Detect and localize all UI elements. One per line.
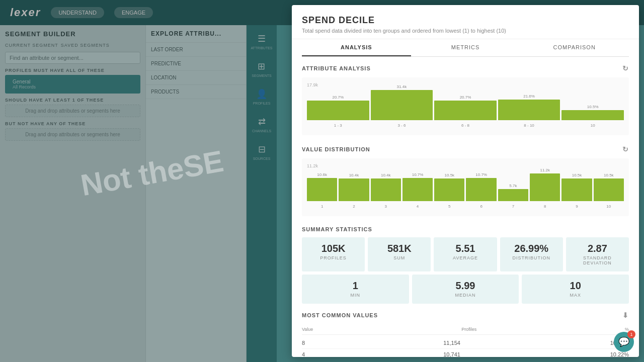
mcv-profiles: 11,154 (443, 340, 460, 346)
stat-card: 581K SUM (368, 237, 431, 272)
stat-card: 2.87 STANDARD DEVIATION (566, 237, 629, 272)
bar-group: 10.7% 4 (403, 172, 433, 209)
attribute-analysis-bars: 20.7% 1 - 3 31.4k 3 - 6 20.7% 6 - 8 21.6… (307, 90, 624, 130)
mcv-col-profiles: Profiles (461, 327, 476, 332)
bar-group: 10.7% 6 (466, 172, 496, 209)
modal-body: ATTRIBUTE ANALYSIS ↻ 17.9k 20.7% 1 - 3 3… (292, 57, 639, 357)
stat-label: MIN (307, 293, 404, 298)
stat-card: 26.99% DISTRIBUTION (500, 237, 563, 272)
bar-label-bottom: 1 - 3 (334, 123, 342, 128)
bar-label-top: 10.4k (381, 173, 391, 177)
bar-label-bottom: 4 (417, 204, 419, 209)
value-distribution-icon[interactable]: ↻ (622, 145, 629, 153)
bar-group: 10.5% 10 (561, 105, 624, 128)
bar (339, 178, 369, 201)
bar-group: 10.6k 1 (307, 172, 337, 209)
bar (594, 178, 624, 201)
chat-button[interactable]: 💬 1 (614, 332, 634, 352)
bar-group: 10.5k 5 (434, 173, 464, 209)
stat-value: 26.99% (505, 243, 558, 253)
tab-comparison[interactable]: COMPARISON (520, 39, 629, 56)
table-row: 8 11,154 10.58% (302, 337, 629, 349)
bar-label-top: 20.7% (332, 95, 344, 100)
bar (466, 178, 496, 201)
bar-label-top: 10.7% (412, 172, 424, 177)
bar-group: 10.5k 9 (561, 173, 592, 209)
summary-statistics-section: SUMMARY STATISTICS 105K PROFILES 581K SU… (302, 226, 629, 304)
bar (307, 101, 369, 120)
stat-value: 5.51 (439, 243, 492, 253)
bar (530, 173, 560, 201)
stat-card: 105K PROFILES (302, 237, 365, 272)
bar-label-top: 11.2k (540, 168, 550, 172)
bar-label-bottom: 5 (448, 204, 450, 209)
stat-value: 10 (527, 281, 624, 291)
bar (403, 178, 433, 201)
modal-tabs: ANALYSIS METRICS COMPARISON (302, 39, 629, 57)
bar-label-top: 21.6% (523, 94, 535, 99)
bar (434, 178, 464, 201)
mcv-rows: 8 11,154 10.58% 4 10,741 10.22% 6 10,710… (302, 337, 629, 357)
bar-label-top: 10.5k (604, 173, 614, 177)
bar-group: 21.6% 8 - 10 (498, 94, 560, 128)
mcv-column-headers: Value Profiles % (302, 324, 629, 335)
chat-icon: 💬 (618, 336, 629, 347)
bar-group: 10.4k 3 (371, 173, 401, 209)
stat-value: 581K (373, 243, 426, 253)
bar-label-top: 10.6k (317, 172, 327, 177)
mcv-value: 4 (302, 351, 305, 357)
modal-subtitle: Total spend data divided into ten groups… (302, 28, 629, 34)
stat-value: 1 (307, 281, 404, 291)
bar-label-bottom: 6 - 8 (461, 123, 469, 128)
bar-label-bottom: 6 (480, 204, 482, 209)
modal-title: SPEND DECILE (302, 15, 629, 26)
bar-group: 20.7% 6 - 8 (434, 95, 497, 128)
stat-label: PROFILES (307, 255, 360, 260)
mcv-title: MOST COMMON VALUES ⬇ (302, 311, 629, 319)
bar (371, 178, 401, 201)
stat-label: STANDARD DEVIATION (571, 255, 624, 265)
stat-card: 1 MIN (302, 275, 409, 304)
bar (371, 90, 433, 120)
attribute-analysis-icon[interactable]: ↻ (622, 64, 629, 72)
bar-group: 10.5k 10 (594, 173, 624, 209)
value-distribution-title: VALUE DISTRIBUTION ↻ (302, 145, 629, 153)
attribute-analysis-section: ATTRIBUTE ANALYSIS ↻ 17.9k 20.7% 1 - 3 3… (302, 64, 629, 135)
mcv-col-value: Value (302, 327, 313, 332)
bar-label-top: 20.7% (460, 95, 471, 100)
summary-statistics-title: SUMMARY STATISTICS (302, 226, 629, 232)
stat-label: DISTRIBUTION (505, 255, 558, 260)
bar-label-bottom: 3 - 6 (397, 123, 406, 128)
bar-label-bottom: 7 (512, 204, 514, 209)
stat-label: AVERAGE (439, 255, 492, 260)
tab-metrics[interactable]: METRICS (411, 39, 520, 56)
bar-group: 20.7% 1 - 3 (307, 95, 369, 128)
spend-decile-modal: SPEND DECILE Total spend data divided in… (292, 5, 639, 357)
bar-label-top: 10.5% (587, 105, 599, 109)
mcv-icon[interactable]: ⬇ (622, 311, 629, 319)
bar-group: 31.4k 3 - 6 (371, 84, 433, 128)
stat-value: 5.99 (417, 281, 514, 291)
bar-label-bottom: 9 (576, 204, 578, 209)
stat-card: 5.99 MEDIAN (412, 275, 519, 304)
bar-group: 10.4k 2 (339, 173, 369, 209)
bar-group: 11.2k 8 (530, 168, 560, 209)
stat-label: MAX (527, 293, 624, 298)
stat-label: SUM (373, 255, 426, 260)
stat-label: MEDIAN (417, 293, 514, 298)
bar-label-bottom: 10 (606, 204, 611, 209)
bar-label-top: 10.7% (475, 172, 487, 177)
stat-value: 105K (307, 243, 360, 253)
most-common-values-section: MOST COMMON VALUES ⬇ Value Profiles % 8 … (302, 311, 629, 357)
stat-card: 5.51 AVERAGE (434, 237, 497, 272)
mcv-pct: 10.22% (599, 351, 629, 357)
tab-analysis[interactable]: ANALYSIS (302, 39, 411, 56)
bar (561, 110, 624, 120)
attr-y-label: 17.9k (307, 82, 624, 87)
stats-top-grid: 105K PROFILES 581K SUM 5.51 AVERAGE 26.9… (302, 237, 629, 272)
dist-y-label: 11.2k (307, 163, 624, 168)
value-distribution-section: VALUE DISTRIBUTION ↻ 11.2k 10.6k 1 10.4k… (302, 145, 629, 216)
bar-label-top: 10.4k (349, 173, 359, 177)
bar-label-bottom: 10 (591, 123, 595, 128)
mcv-value: 8 (302, 340, 305, 346)
